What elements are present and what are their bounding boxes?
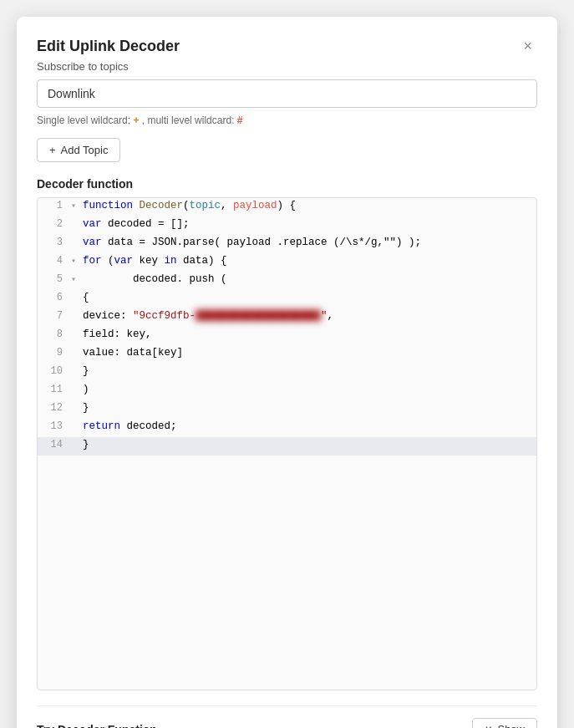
close-button[interactable]: × <box>518 37 537 55</box>
code-line-3: 3 var data = JSON.parse( payload .replac… <box>38 235 536 253</box>
show-button-label: Show <box>497 723 525 728</box>
topic-input[interactable] <box>37 79 537 108</box>
code-line-14: 14 } <box>38 437 536 456</box>
code-editor-empty-space <box>38 456 536 690</box>
code-line-1: 1 ▾ function Decoder(topic, payload) { <box>38 198 536 216</box>
code-line-8: 8 field: key, <box>38 327 536 345</box>
code-line-11: 11 ) <box>38 382 536 400</box>
try-decoder-label: Try Decoder Function <box>37 723 157 729</box>
try-decoder-section: Try Decoder Function ∨ Show <box>37 705 537 728</box>
code-line-10: 10 } <box>38 364 536 382</box>
show-button[interactable]: ∨ Show <box>472 718 537 728</box>
modal-title: Edit Uplink Decoder <box>37 38 180 55</box>
code-line-12: 12 } <box>38 400 536 419</box>
code-line-2: 2 var decoded = []; <box>38 216 536 235</box>
code-editor[interactable]: 1 ▾ function Decoder(topic, payload) { 2… <box>37 197 537 690</box>
code-line-6: 6 { <box>38 290 536 308</box>
add-topic-icon: + <box>49 144 56 156</box>
topics-section-label: Subscribe to topics <box>37 60 537 73</box>
decoder-section-label: Decoder function <box>37 177 537 191</box>
wildcard-hint: Single level wildcard: + , multi level w… <box>37 115 537 126</box>
code-line-4: 4 ▾ for (var key in data) { <box>38 253 536 272</box>
code-line-13: 13 return decoded; <box>38 419 536 437</box>
code-line-7: 7 device: "9ccf9dfb-████████████████████… <box>38 308 536 327</box>
code-line-9: 9 value: data[key] <box>38 345 536 364</box>
chevron-down-icon: ∨ <box>485 723 493 728</box>
code-line-5: 5 ▾ decoded. push ( <box>38 272 536 290</box>
modal-header: Edit Uplink Decoder × <box>37 37 537 55</box>
add-topic-button[interactable]: + Add Topic <box>37 138 120 162</box>
wildcard-plus-symbol: + <box>133 115 139 126</box>
add-topic-label: Add Topic <box>61 144 109 156</box>
wildcard-hash-symbol: # <box>237 115 243 126</box>
edit-uplink-decoder-modal: Edit Uplink Decoder × Subscribe to topic… <box>17 17 557 728</box>
